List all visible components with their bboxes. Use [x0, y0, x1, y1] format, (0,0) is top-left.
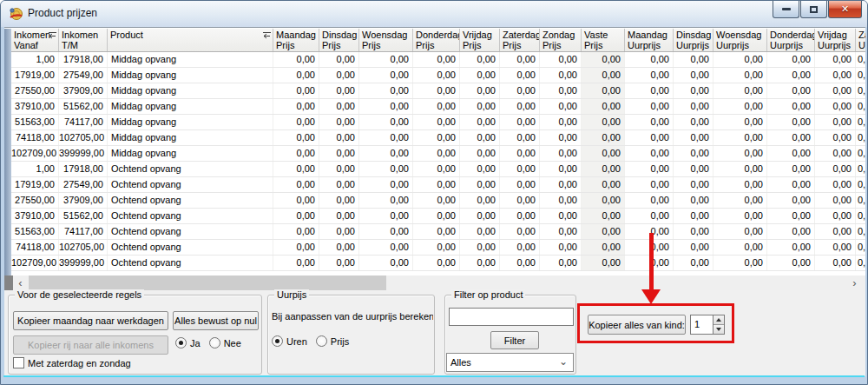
radio-ja[interactable] [175, 337, 187, 348]
grid-cell[interactable]: 0,00 [359, 83, 413, 98]
grid-cell[interactable]: 0,00 [713, 130, 767, 145]
grid-cell[interactable]: 0,00 [540, 146, 582, 161]
grid-cell[interactable]: 0,00 [359, 146, 413, 161]
grid-cell[interactable]: 0,00 [500, 130, 540, 145]
horizontal-scrollbar[interactable]: ‹ › [4, 275, 865, 290]
scroll-left-button[interactable]: ‹ [13, 275, 28, 290]
column-header-dinsdag-uurprijs[interactable]: DinsdagUurprijs [674, 29, 713, 51]
grid-cell[interactable]: 102705,00 [59, 240, 108, 255]
grid-cell[interactable]: 0,00 [856, 115, 865, 129]
grid-cell[interactable]: 0,00 [273, 240, 319, 255]
grid-cell[interactable]: Ochtend opvang [108, 177, 273, 192]
grid-cell[interactable]: 27550,00 [11, 83, 59, 98]
grid-cell[interactable]: 0,00 [413, 240, 460, 255]
grid-cell[interactable]: 0,00 [713, 177, 767, 192]
grid-cell[interactable]: 0,00 [359, 68, 413, 83]
table-row[interactable]: 74118,00102705,00Ochtend opvang0,000,000… [11, 240, 865, 256]
grid-cell[interactable]: 17918,00 [59, 162, 108, 176]
grid-cell[interactable]: 0,00 [460, 256, 500, 270]
grid-cell[interactable]: 0,00 [500, 209, 540, 223]
grid-cell[interactable]: 0,00 [359, 209, 413, 223]
grid-cell[interactable]: 0,00 [582, 99, 625, 114]
grid-cell[interactable]: 0,00 [625, 99, 674, 114]
grid-cell[interactable]: 102705,00 [59, 130, 108, 145]
grid-cell[interactable]: 0,00 [713, 52, 767, 67]
grid-cell[interactable]: 0,00 [674, 256, 713, 270]
grid-cell[interactable]: 0,00 [856, 99, 865, 114]
grid-cell[interactable]: Middag opvang [108, 52, 273, 67]
grid-cell[interactable]: 0,00 [460, 162, 500, 176]
grid-cell[interactable]: 0,00 [500, 115, 540, 129]
grid-cell[interactable]: 0,00 [674, 224, 713, 239]
grid-cell[interactable]: 0,00 [460, 146, 500, 161]
table-row[interactable]: 37910,0051562,00Middag opvang0,000,000,0… [11, 99, 865, 115]
grid-cell[interactable]: 0,00 [767, 224, 815, 239]
grid-cell[interactable]: 0,00 [319, 130, 359, 145]
table-row[interactable]: 17919,0027549,00Ochtend opvang0,000,000,… [11, 177, 865, 193]
grid-cell[interactable]: 0,00 [460, 52, 500, 67]
grid-cell[interactable]: 0,00 [273, 83, 319, 98]
grid-cell[interactable]: 0,00 [856, 162, 865, 176]
product-filter-dropdown[interactable]: Alles ⌄ [446, 353, 574, 372]
grid-cell[interactable]: 0,00 [625, 162, 674, 176]
radio-prijs[interactable] [316, 335, 327, 347]
grid-cell[interactable]: 27550,00 [11, 193, 59, 208]
grid-cell[interactable]: 0,00 [500, 99, 540, 114]
grid-cell[interactable]: 0,00 [625, 209, 674, 223]
grid-cell[interactable]: 0,00 [319, 193, 359, 208]
column-header-maandag-uurprijs[interactable]: MaandagUurprijs [625, 29, 674, 51]
grid-cell[interactable]: 0,00 [856, 240, 865, 255]
grid-cell[interactable]: 0,00 [359, 240, 413, 255]
grid-cell[interactable]: Middag opvang [108, 83, 273, 98]
grid-cell[interactable]: 17918,00 [59, 52, 108, 67]
column-header-inkomen-vanaf[interactable]: InkomenVanaf [11, 29, 59, 51]
grid-cell[interactable]: Ochtend opvang [108, 162, 273, 176]
column-header-inkomen-t-m[interactable]: InkomenT/M [59, 29, 108, 51]
grid-cell[interactable]: 0,00 [582, 224, 625, 239]
grid-cell[interactable]: 0,00 [359, 256, 413, 270]
grid-cell[interactable]: 0,00 [540, 193, 582, 208]
weekend-checkbox[interactable] [13, 357, 24, 368]
grid-cell[interactable]: 0,00 [319, 52, 359, 67]
grid-cell[interactable]: 0,00 [767, 130, 815, 145]
grid-cell[interactable]: 399999,00 [59, 256, 108, 270]
grid-cell[interactable]: 0,00 [767, 68, 815, 83]
grid-cell[interactable]: 0,00 [359, 224, 413, 239]
table-row[interactable]: 102709,00399999,00Ochtend opvang0,000,00… [11, 256, 865, 271]
grid-cell[interactable]: 0,00 [273, 68, 319, 83]
grid-cell[interactable]: 0,00 [815, 52, 856, 67]
grid-cell[interactable]: 0,00 [713, 193, 767, 208]
grid-cell[interactable]: 0,00 [582, 240, 625, 255]
grid-cell[interactable]: 0,00 [674, 52, 713, 67]
grid-cell[interactable]: 0,00 [856, 209, 865, 223]
column-header-vrijdag-uurprijs[interactable]: VrijdagUurprijs [815, 29, 856, 51]
grid-cell[interactable]: 0,00 [856, 256, 865, 270]
grid-cell[interactable]: 0,00 [582, 162, 625, 176]
grid-cell[interactable]: 74117,00 [59, 224, 108, 239]
grid-cell[interactable]: 0,00 [767, 99, 815, 114]
column-header-zaterdag-uurprijs[interactable]: ZaterdagUurprijs [856, 29, 865, 51]
grid-cell[interactable]: 0,00 [767, 146, 815, 161]
scroll-right-button[interactable]: › [847, 275, 862, 290]
grid-cell[interactable]: 0,00 [856, 68, 865, 83]
grid-cell[interactable]: 0,00 [359, 52, 413, 67]
grid-cell[interactable]: 0,00 [713, 115, 767, 129]
grid-cell[interactable]: 0,00 [273, 146, 319, 161]
grid-cell[interactable]: 0,00 [500, 146, 540, 161]
grid-cell[interactable]: 0,00 [273, 224, 319, 239]
grid-cell[interactable]: 0,00 [273, 99, 319, 114]
table-row[interactable]: 51563,0074117,00Middag opvang0,000,000,0… [11, 115, 865, 130]
grid-cell[interactable]: 0,00 [674, 240, 713, 255]
grid-cell[interactable]: 0,00 [625, 52, 674, 67]
grid-cell[interactable]: 37909,00 [59, 83, 108, 98]
grid-cell[interactable]: 1,00 [11, 52, 59, 67]
grid-cell[interactable]: 0,00 [319, 177, 359, 192]
grid-cell[interactable]: 0,00 [359, 99, 413, 114]
grid-cell[interactable]: 0,00 [815, 240, 856, 255]
grid-cell[interactable]: 0,00 [856, 146, 865, 161]
grid-cell[interactable]: 0,00 [319, 224, 359, 239]
grid-cell[interactable]: 0,00 [540, 115, 582, 129]
grid-cell[interactable]: 0,00 [273, 162, 319, 176]
radio-nee[interactable] [209, 337, 220, 348]
grid-cell[interactable]: 0,00 [540, 68, 582, 83]
